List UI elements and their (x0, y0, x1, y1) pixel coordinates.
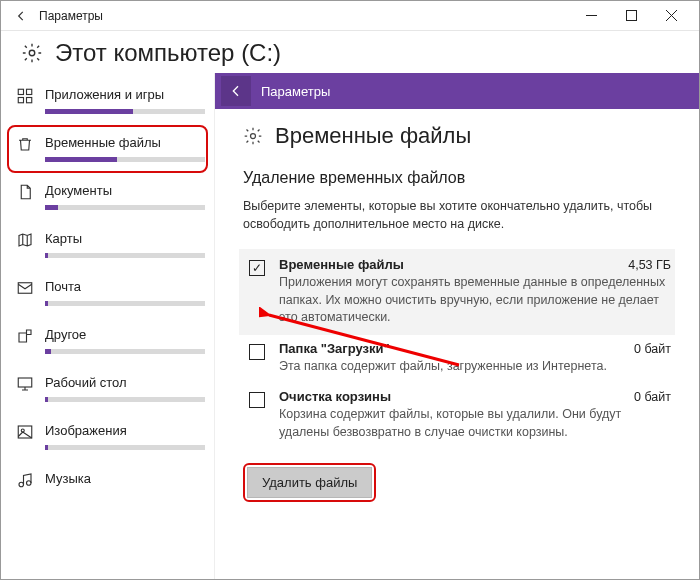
storage-bar (45, 157, 205, 162)
intro-text: Выберите элементы, которые вы хотите око… (243, 197, 671, 233)
delete-button-highlight: Удалить файлы (243, 463, 376, 502)
sidebar-item-apps[interactable]: Приложения и игры (7, 77, 208, 125)
sidebar-item-label: Музыка (45, 470, 200, 488)
storage-bar (45, 109, 205, 114)
sidebar-item-music[interactable]: Музыка (7, 461, 208, 501)
storage-bar (45, 253, 205, 258)
minimize-button[interactable] (571, 1, 611, 31)
section-heading: Удаление временных файлов (243, 169, 671, 187)
maximize-icon (626, 10, 637, 21)
sidebar-item-label: Другое (45, 326, 205, 344)
sidebar[interactable]: Приложения и игры Временные файлы (1, 73, 215, 579)
svg-point-10 (19, 482, 24, 487)
delete-files-button[interactable]: Удалить файлы (247, 467, 372, 498)
sidebar-item-label: Документы (45, 182, 205, 200)
svg-point-12 (251, 134, 256, 139)
option-downloads: Папка "Загрузки" 0 байт Эта папка содерж… (243, 335, 671, 384)
sidebar-item-images[interactable]: Изображения (7, 413, 208, 461)
option-name: Папка "Загрузки" (279, 341, 390, 356)
close-button[interactable] (651, 1, 691, 31)
sidebar-item-label: Почта (45, 278, 205, 296)
sidebar-item-label: Временные файлы (45, 134, 205, 152)
option-name: Временные файлы (279, 257, 404, 272)
option-desc: Эта папка содержит файлы, загруженные из… (279, 358, 671, 376)
svg-rect-0 (626, 11, 636, 21)
minimize-icon (586, 10, 597, 21)
sidebar-item-mail[interactable]: Почта (7, 269, 208, 317)
desktop-icon (15, 374, 35, 394)
storage-bar (45, 397, 205, 402)
other-icon (15, 326, 35, 346)
storage-bar (45, 301, 205, 306)
svg-rect-3 (27, 89, 32, 94)
option-desc: Корзина содержит файлы, которые вы удали… (279, 406, 671, 441)
subheader-title: Параметры (261, 84, 330, 99)
trash-icon (15, 134, 35, 154)
titlebar-back-button[interactable] (9, 4, 33, 28)
sidebar-item-desktop[interactable]: Рабочий стол (7, 365, 208, 413)
page-title: Этот компьютер (C:) (55, 39, 281, 67)
mail-icon (15, 278, 35, 298)
checkbox-downloads[interactable] (249, 344, 265, 360)
sidebar-item-temp-files[interactable]: Временные файлы (7, 125, 208, 173)
svg-point-1 (29, 50, 35, 56)
subheader: Параметры (215, 73, 699, 109)
maximize-button[interactable] (611, 1, 651, 31)
svg-rect-4 (18, 98, 23, 103)
sidebar-item-maps[interactable]: Карты (7, 221, 208, 269)
checkbox-temp-files[interactable] (249, 260, 265, 276)
svg-point-11 (27, 481, 32, 486)
image-icon (15, 422, 35, 442)
sidebar-item-documents[interactable]: Документы (7, 173, 208, 221)
storage-bar (45, 205, 205, 210)
option-size: 0 байт (634, 390, 671, 404)
settings-window: Параметры Этот компьютер (C:) (0, 0, 700, 580)
content-title: Временные файлы (275, 123, 471, 149)
page-heading-row: Этот компьютер (C:) (1, 31, 699, 73)
music-icon (15, 470, 35, 490)
arrow-left-icon (228, 83, 244, 99)
sidebar-item-label: Рабочий стол (45, 374, 205, 392)
sidebar-item-other[interactable]: Другое (7, 317, 208, 365)
option-desc: Приложения могут сохранять временные дан… (279, 274, 671, 327)
storage-bar (45, 349, 205, 354)
sidebar-item-label: Изображения (45, 422, 205, 440)
window-title: Параметры (39, 9, 103, 23)
close-icon (666, 10, 677, 21)
main-panel: Параметры Временные файлы Удаление време… (215, 73, 699, 579)
map-icon (15, 230, 35, 250)
svg-rect-6 (18, 283, 32, 294)
gear-icon (243, 126, 263, 146)
document-icon (15, 182, 35, 202)
option-name: Очистка корзины (279, 389, 391, 404)
option-size: 4,53 ГБ (628, 258, 671, 272)
sidebar-item-label: Карты (45, 230, 205, 248)
svg-rect-5 (27, 98, 32, 103)
checkbox-recycle-bin[interactable] (249, 392, 265, 408)
option-size: 0 байт (634, 342, 671, 356)
sidebar-item-label: Приложения и игры (45, 86, 205, 104)
apps-icon (15, 86, 35, 106)
storage-bar (45, 445, 205, 450)
svg-rect-2 (18, 89, 23, 94)
svg-rect-7 (18, 378, 32, 387)
content: Временные файлы Удаление временных файло… (215, 109, 699, 579)
option-recycle-bin: Очистка корзины 0 байт Корзина содержит … (243, 383, 671, 449)
titlebar: Параметры (1, 1, 699, 31)
gear-icon (21, 42, 43, 64)
arrow-left-icon (14, 9, 28, 23)
subheader-back-button[interactable] (221, 76, 251, 106)
option-temp-files: Временные файлы 4,53 ГБ Приложения могут… (239, 249, 675, 335)
